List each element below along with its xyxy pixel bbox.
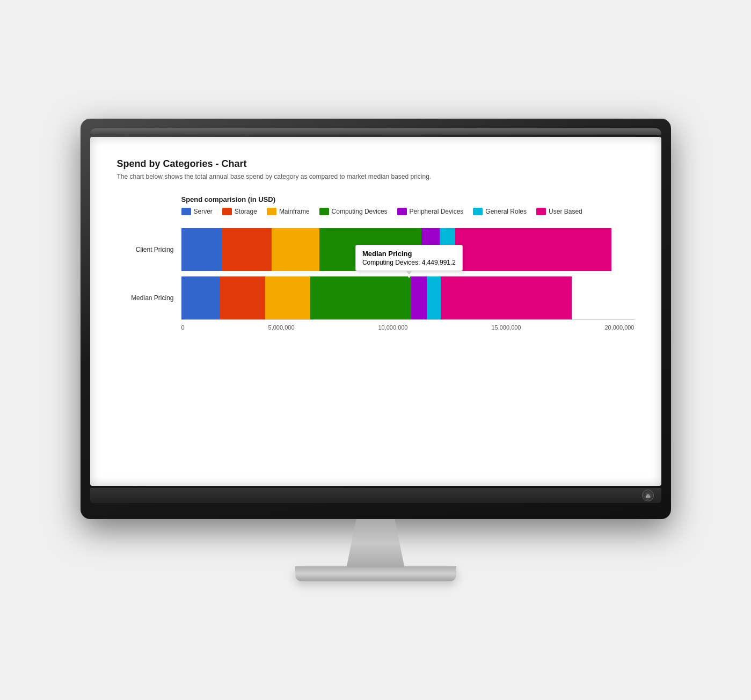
bar-segment-1-2 [265,276,310,319]
stand-base [295,566,456,581]
bar-segment-0-0 [181,228,222,271]
legend-color-server [181,208,191,215]
bar-segment-1-4 [411,276,427,319]
x-axis-label: 0 [181,324,185,331]
legend-title: Spend comparision (in USD) [181,195,635,203]
legend-label-mainframe: Mainframe [279,208,310,215]
monitor-outer: Spend by Categories - Chart The chart be… [81,119,671,519]
legend-color-storage [222,208,232,215]
bar-track-0 [181,228,612,271]
bar-segment-0-6 [455,228,611,271]
legend-item-computing: Computing Devices [319,208,388,215]
legend-color-peripheral [397,208,407,215]
legend-item-server: Server [181,208,213,215]
chart-container: Spend comparision (in USD) Server Storag… [117,195,635,331]
bar-segment-0-2 [272,228,319,271]
bar-row-0: Client Pricing [117,228,635,271]
bar-segment-1-5 [427,276,440,319]
bar-label-1: Median Pricing [117,294,181,302]
legend-item-peripheral: Peripheral Devices [397,208,464,215]
legend-label-general: General Roles [485,208,527,215]
legend-color-computing [319,208,329,215]
bar-segment-1-6 [441,276,572,319]
legend-color-user [536,208,546,215]
x-axis-label: 5,000,000 [268,324,295,331]
bar-segment-0-5 [440,228,456,271]
monitor-bezel-top [90,128,661,135]
bar-label-0: Client Pricing [117,246,181,253]
monitor-wrapper: Spend by Categories - Chart The chart be… [81,119,671,581]
chart-subtitle: The chart below shows the total annual b… [117,173,635,180]
bars-wrapper-0 [181,228,635,271]
x-axis: 05,000,00010,000,00015,000,00020,000,000 [181,319,635,331]
bars-wrapper-1: Median Pricing Computing Devices: 4,449,… [181,276,635,319]
bars-area: Client PricingMedian Pricing Median Pric… [117,228,635,319]
power-button[interactable]: ⏏ [642,490,654,501]
chart-body: Client PricingMedian Pricing Median Pric… [117,228,635,331]
bar-segment-1-0 [181,276,220,319]
legend-item-storage: Storage [222,208,257,215]
x-axis-label: 10,000,000 [378,324,407,331]
legend-label-computing: Computing Devices [332,208,388,215]
chart-legend: Server Storage Mainframe Computing Devic… [181,208,635,215]
legend-color-mainframe [267,208,276,215]
legend-item-mainframe: Mainframe [267,208,310,215]
bar-segment-0-4 [421,228,440,271]
legend-label-server: Server [194,208,213,215]
monitor-bottom-bar: ⏏ [90,488,661,503]
legend-label-user: User Based [549,208,582,215]
legend-item-general: General Roles [473,208,527,215]
stand-neck [344,519,408,567]
bar-segment-1-3 [310,276,411,319]
legend-label-storage: Storage [235,208,257,215]
legend-label-peripheral: Peripheral Devices [410,208,464,215]
bar-segment-0-1 [222,228,272,271]
tooltip-arrow [406,271,412,275]
bar-track-1 [181,276,572,319]
bar-row-1: Median Pricing Median Pricing Computing … [117,276,635,319]
monitor-screen: Spend by Categories - Chart The chart be… [90,137,661,486]
bar-segment-1-1 [220,276,265,319]
x-axis-label: 15,000,000 [491,324,521,331]
legend-item-user: User Based [536,208,582,215]
x-axis-label: 20,000,000 [604,324,634,331]
chart-title: Spend by Categories - Chart [117,158,635,170]
legend-color-general [473,208,483,215]
bar-segment-0-3 [319,228,421,271]
